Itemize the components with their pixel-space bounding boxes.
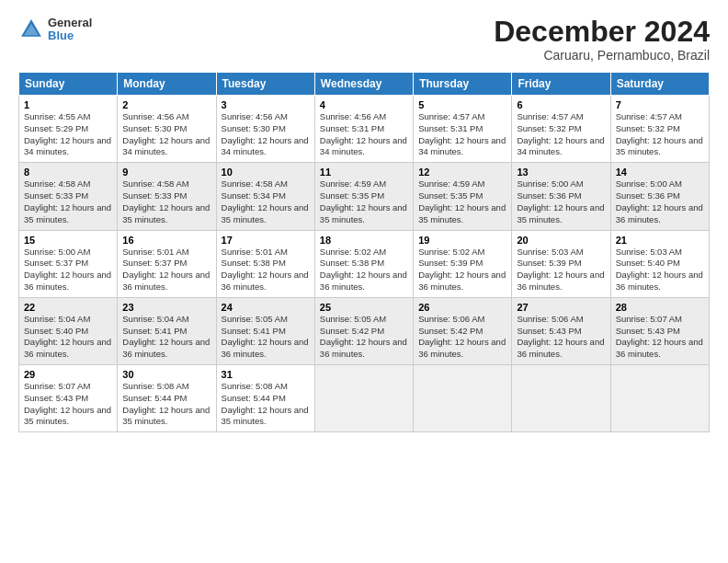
logo-icon [18,17,44,42]
day-info: Sunrise: 4:58 AMSunset: 5:33 PMDaylight:… [24,178,112,225]
logo-general: General [48,17,92,29]
day-info: Sunrise: 5:05 AMSunset: 5:41 PMDaylight:… [222,314,310,361]
calendar-cell: 5Sunrise: 4:57 AMSunset: 5:31 PMDaylight… [414,96,512,163]
day-info: Sunrise: 4:59 AMSunset: 5:35 PMDaylight:… [320,178,408,225]
day-info: Sunrise: 5:02 AMSunset: 5:39 PMDaylight:… [418,247,506,293]
day-info: Sunrise: 5:03 AMSunset: 5:39 PMDaylight:… [517,247,605,293]
day-info: Sunrise: 5:05 AMSunset: 5:42 PMDaylight:… [320,314,408,361]
day-info: Sunrise: 4:55 AMSunset: 5:29 PMDaylight:… [24,111,112,158]
calendar-cell [512,365,610,432]
header: General Blue December 2024 Caruaru, Pern… [18,17,710,63]
day-info: Sunrise: 4:56 AMSunset: 5:30 PMDaylight:… [222,111,310,158]
calendar-week-2: 8Sunrise: 4:58 AMSunset: 5:33 PMDaylight… [19,163,710,230]
calendar-header-monday: Monday [118,73,216,96]
day-number: 16 [122,235,210,246]
day-number: 27 [517,302,605,313]
calendar-cell: 31Sunrise: 5:08 AMSunset: 5:44 PMDayligh… [216,365,314,432]
day-number: 24 [222,302,310,313]
calendar-cell: 29Sunrise: 5:07 AMSunset: 5:43 PMDayligh… [19,365,118,432]
calendar-table: SundayMondayTuesdayWednesdayThursdayFrid… [18,72,710,432]
day-info: Sunrise: 4:57 AMSunset: 5:32 PMDaylight:… [517,111,605,158]
calendar-cell: 24Sunrise: 5:05 AMSunset: 5:41 PMDayligh… [216,297,314,364]
day-info: Sunrise: 4:58 AMSunset: 5:34 PMDaylight:… [222,178,310,225]
calendar-cell: 27Sunrise: 5:06 AMSunset: 5:43 PMDayligh… [512,297,610,364]
day-number: 26 [418,302,506,313]
calendar-cell: 13Sunrise: 5:00 AMSunset: 5:36 PMDayligh… [512,163,610,230]
day-info: Sunrise: 5:00 AMSunset: 5:36 PMDaylight:… [616,178,704,225]
day-number: 22 [24,302,112,313]
calendar-week-3: 15Sunrise: 5:00 AMSunset: 5:37 PMDayligh… [19,230,710,297]
month-title: December 2024 [494,17,710,46]
calendar-week-4: 22Sunrise: 5:04 AMSunset: 5:40 PMDayligh… [19,297,710,364]
calendar-cell: 15Sunrise: 5:00 AMSunset: 5:37 PMDayligh… [19,230,118,297]
day-info: Sunrise: 5:01 AMSunset: 5:38 PMDaylight:… [222,247,310,293]
day-info: Sunrise: 5:08 AMSunset: 5:44 PMDaylight:… [122,381,210,428]
day-number: 31 [222,369,310,380]
calendar-cell: 16Sunrise: 5:01 AMSunset: 5:37 PMDayligh… [118,230,216,297]
calendar-cell: 4Sunrise: 4:56 AMSunset: 5:31 PMDaylight… [314,96,413,163]
day-info: Sunrise: 5:06 AMSunset: 5:43 PMDaylight:… [517,314,605,361]
calendar-cell: 17Sunrise: 5:01 AMSunset: 5:38 PMDayligh… [216,230,314,297]
day-info: Sunrise: 5:00 AMSunset: 5:37 PMDaylight:… [24,247,112,293]
day-number: 25 [320,302,408,313]
day-number: 18 [320,235,408,246]
day-number: 19 [418,235,506,246]
day-number: 11 [320,167,408,178]
day-info: Sunrise: 4:56 AMSunset: 5:31 PMDaylight:… [320,111,408,158]
calendar-cell: 14Sunrise: 5:00 AMSunset: 5:36 PMDayligh… [610,163,709,230]
calendar-header-wednesday: Wednesday [314,73,413,96]
calendar-cell: 28Sunrise: 5:07 AMSunset: 5:43 PMDayligh… [610,297,709,364]
calendar-cell: 25Sunrise: 5:05 AMSunset: 5:42 PMDayligh… [314,297,413,364]
day-info: Sunrise: 5:04 AMSunset: 5:41 PMDaylight:… [122,314,210,361]
day-number: 14 [616,167,704,178]
calendar-cell: 8Sunrise: 4:58 AMSunset: 5:33 PMDaylight… [19,163,118,230]
calendar-header-tuesday: Tuesday [216,73,314,96]
day-info: Sunrise: 5:04 AMSunset: 5:40 PMDaylight:… [24,314,112,361]
day-info: Sunrise: 4:56 AMSunset: 5:30 PMDaylight:… [122,111,210,158]
calendar-cell: 3Sunrise: 4:56 AMSunset: 5:30 PMDaylight… [216,96,314,163]
calendar-cell: 9Sunrise: 4:58 AMSunset: 5:33 PMDaylight… [118,163,216,230]
day-number: 29 [24,369,112,380]
day-info: Sunrise: 5:00 AMSunset: 5:36 PMDaylight:… [517,178,605,225]
day-number: 21 [616,235,704,246]
calendar-header-saturday: Saturday [610,73,709,96]
day-number: 13 [517,167,605,178]
calendar-header-friday: Friday [512,73,610,96]
day-info: Sunrise: 5:03 AMSunset: 5:40 PMDaylight:… [616,247,704,293]
day-number: 1 [24,99,112,110]
calendar-cell: 6Sunrise: 4:57 AMSunset: 5:32 PMDaylight… [512,96,610,163]
calendar-cell: 12Sunrise: 4:59 AMSunset: 5:35 PMDayligh… [414,163,512,230]
title-block: December 2024 Caruaru, Pernambuco, Brazi… [494,17,710,63]
day-number: 20 [517,235,605,246]
logo-blue: Blue [48,29,92,42]
calendar-cell: 26Sunrise: 5:06 AMSunset: 5:42 PMDayligh… [414,297,512,364]
day-number: 12 [418,167,506,178]
calendar-cell: 1Sunrise: 4:55 AMSunset: 5:29 PMDaylight… [19,96,118,163]
calendar-cell: 18Sunrise: 5:02 AMSunset: 5:38 PMDayligh… [314,230,413,297]
calendar-cell: 23Sunrise: 5:04 AMSunset: 5:41 PMDayligh… [118,297,216,364]
calendar-header-row: SundayMondayTuesdayWednesdayThursdayFrid… [19,73,710,96]
calendar-week-1: 1Sunrise: 4:55 AMSunset: 5:29 PMDaylight… [19,96,710,163]
logo-text: General Blue [48,17,92,43]
calendar-cell: 10Sunrise: 4:58 AMSunset: 5:34 PMDayligh… [216,163,314,230]
day-info: Sunrise: 5:07 AMSunset: 5:43 PMDaylight:… [616,314,704,361]
day-number: 17 [222,235,310,246]
page: General Blue December 2024 Caruaru, Pern… [0,0,728,563]
calendar-cell: 30Sunrise: 5:08 AMSunset: 5:44 PMDayligh… [118,365,216,432]
day-number: 4 [320,99,408,110]
calendar-cell: 20Sunrise: 5:03 AMSunset: 5:39 PMDayligh… [512,230,610,297]
day-number: 23 [122,302,210,313]
calendar-week-5: 29Sunrise: 5:07 AMSunset: 5:43 PMDayligh… [19,365,710,432]
day-number: 2 [122,99,210,110]
day-number: 15 [24,235,112,246]
day-info: Sunrise: 5:02 AMSunset: 5:38 PMDaylight:… [320,247,408,293]
calendar-cell [414,365,512,432]
day-info: Sunrise: 5:06 AMSunset: 5:42 PMDaylight:… [418,314,506,361]
day-number: 30 [122,369,210,380]
day-info: Sunrise: 5:01 AMSunset: 5:37 PMDaylight:… [122,247,210,293]
calendar-cell [314,365,413,432]
calendar-header-thursday: Thursday [414,73,512,96]
day-number: 10 [222,167,310,178]
calendar-cell [610,365,709,432]
day-number: 9 [122,167,210,178]
